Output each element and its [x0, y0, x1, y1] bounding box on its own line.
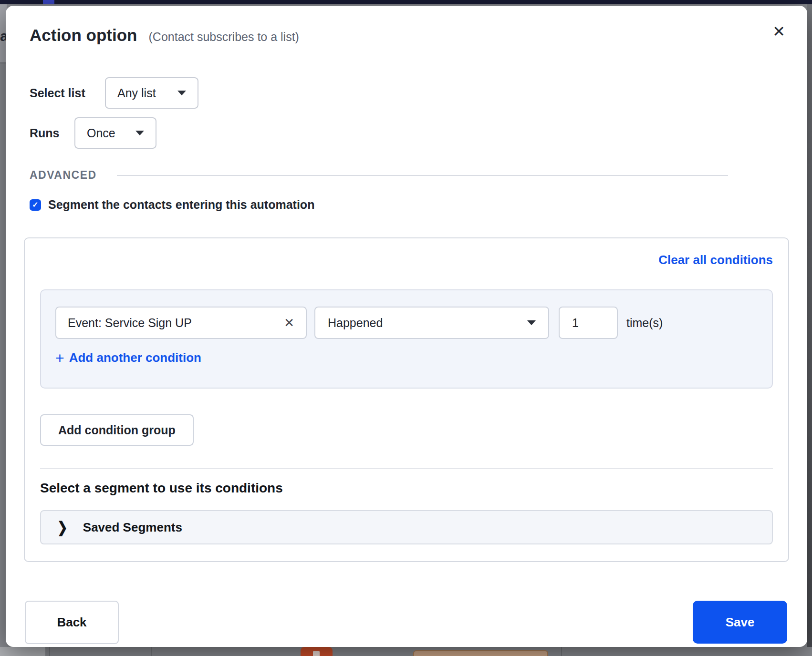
modal-header: Action option (Contact subscribes to a l… — [24, 26, 789, 45]
segment-heading: Select a segment to use its conditions — [40, 481, 773, 496]
condition-group: Event: Service Sign UP ✕ Happened time(s… — [40, 289, 773, 389]
panel-divider — [40, 468, 773, 469]
runs-row: Runs Once — [30, 117, 789, 149]
advanced-section-header: ADVANCED — [30, 169, 789, 182]
segment-checkbox-row: ✓ Segment the contacts entering this aut… — [30, 198, 789, 212]
runs-value: Once — [87, 126, 115, 140]
select-list-value: Any list — [117, 86, 156, 100]
conditions-panel: Clear all conditions Event: Service Sign… — [24, 237, 789, 562]
runs-dropdown[interactable]: Once — [74, 117, 156, 149]
count-suffix-label: time(s) — [626, 316, 663, 330]
condition-row: Event: Service Sign UP ✕ Happened time(s… — [55, 307, 758, 339]
advanced-label: ADVANCED — [30, 169, 97, 182]
action-option-modal: Action option (Contact subscribes to a l… — [6, 6, 807, 647]
event-condition-value: Event: Service Sign UP — [68, 316, 192, 330]
close-icon[interactable]: ✕ — [772, 24, 785, 39]
chevron-right-icon: ❯ — [57, 518, 68, 536]
background-canvas-line — [49, 647, 50, 656]
operator-value: Happened — [328, 316, 383, 330]
saved-segments-label: Saved Segments — [83, 520, 182, 535]
background-canvas-line — [561, 647, 562, 656]
operator-dropdown[interactable]: Happened — [314, 307, 549, 339]
segment-checkbox-label: Segment the contacts entering this autom… — [48, 198, 314, 212]
background-top-nav-bar — [0, 0, 812, 4]
segment-checkbox[interactable]: ✓ — [30, 199, 41, 211]
background-top-nav-accent — [43, 0, 54, 4]
runs-label: Runs — [30, 126, 74, 140]
select-list-row: Select list Any list — [30, 77, 789, 109]
modal-title: Action option — [30, 26, 137, 45]
background-automation-node-card — [413, 650, 548, 656]
background-right-content — [807, 4, 812, 647]
modal-subtitle: (Contact subscribes to a list) — [149, 30, 299, 44]
select-list-dropdown[interactable]: Any list — [105, 77, 198, 109]
background-automation-node-icon — [301, 647, 333, 656]
clear-all-row: Clear all conditions — [40, 253, 773, 267]
add-condition-group-button[interactable]: Add condition group — [40, 414, 194, 446]
advanced-divider — [117, 175, 728, 176]
back-button[interactable]: Back — [25, 601, 119, 644]
event-condition-field[interactable]: Event: Service Sign UP ✕ — [55, 307, 307, 339]
remove-condition-icon[interactable]: ✕ — [284, 316, 294, 330]
chevron-down-icon — [177, 91, 186, 95]
background-canvas-block — [0, 647, 45, 656]
select-list-label: Select list — [30, 86, 105, 100]
saved-segments-expander[interactable]: ❯ Saved Segments — [40, 510, 773, 544]
add-another-condition-link[interactable]: + Add another condition — [55, 350, 758, 365]
add-another-condition-label: Add another condition — [69, 350, 201, 365]
plus-icon: + — [55, 351, 64, 365]
save-button[interactable]: Save — [693, 601, 787, 644]
chevron-down-icon — [527, 320, 536, 325]
background-canvas — [0, 647, 812, 656]
background-canvas-line — [151, 647, 152, 656]
chevron-down-icon — [135, 131, 144, 135]
clear-all-conditions-link[interactable]: Clear all conditions — [658, 253, 773, 267]
count-input[interactable] — [559, 307, 618, 339]
modal-footer: Back Save — [24, 601, 789, 644]
